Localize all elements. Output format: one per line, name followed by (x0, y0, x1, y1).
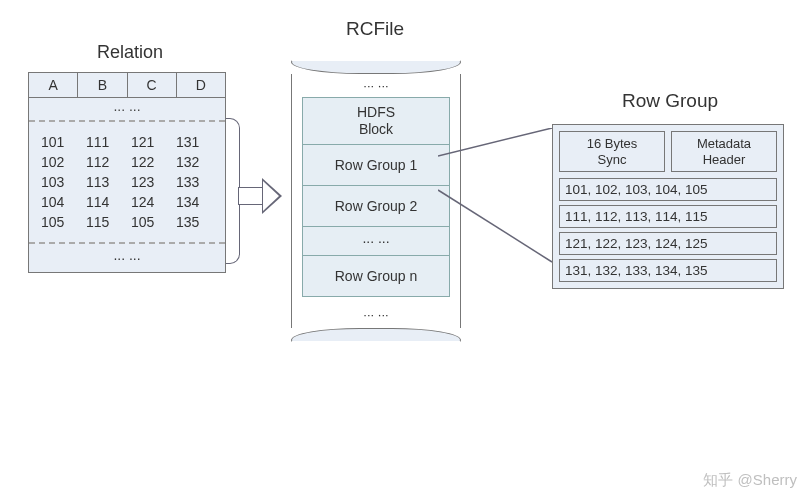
cell: 132 (172, 152, 217, 172)
row-group-ellipsis: ··· ··· (303, 227, 449, 256)
table-row: 102112122132 (37, 152, 217, 172)
row-group-cell: Row Group n (303, 256, 449, 296)
relation-footer-ellipsis: ··· ··· (29, 244, 225, 272)
cell: 115 (82, 212, 127, 232)
table-row: 104114124134 (37, 192, 217, 212)
cell: 105 (37, 212, 82, 232)
relation-body: 101111121131 102112122132 103113123133 1… (29, 122, 225, 244)
rcfile-title: RCFile (300, 18, 450, 40)
col-header: A (29, 73, 78, 97)
watermark: 知乎 @Sherry (703, 471, 797, 490)
cell: 123 (127, 172, 172, 192)
row-group-cell: Row Group 1 (303, 145, 449, 186)
cell: 102 (37, 152, 82, 172)
connector-lines (438, 128, 558, 268)
cell: 111 (82, 132, 127, 152)
cylinder-cap-icon (291, 328, 461, 352)
row-group-cell: Row Group 2 (303, 186, 449, 227)
hdfs-block: HDFS Block Row Group 1 Row Group 2 ··· ·… (302, 97, 450, 297)
table-row: 101111121131 (37, 132, 217, 152)
relation-ellipsis: ··· ··· (29, 98, 225, 122)
relation-title: Relation (60, 42, 200, 63)
column-stripe: 121, 122, 123, 124, 125 (559, 232, 777, 255)
metadata-box: Metadata Header (671, 131, 777, 172)
rowgroup-box: 16 Bytes Sync Metadata Header 101, 102, … (552, 124, 784, 289)
cell: 104 (37, 192, 82, 212)
column-stripe: 111, 112, 113, 114, 115 (559, 205, 777, 228)
relation-table: A B C D ··· ··· 101111121131 10211212213… (28, 72, 226, 273)
svg-line-1 (438, 190, 552, 262)
hdfs-block-label: HDFS Block (303, 98, 449, 145)
cell: 105 (127, 212, 172, 232)
cell: 101 (37, 132, 82, 152)
column-stripe: 101, 102, 103, 104, 105 (559, 178, 777, 201)
cell: 133 (172, 172, 217, 192)
col-header: D (177, 73, 225, 97)
rcfile-ellipsis: ··· ··· (292, 76, 460, 95)
cell: 113 (82, 172, 127, 192)
cell: 122 (127, 152, 172, 172)
arrow-icon (238, 178, 282, 214)
sync-box: 16 Bytes Sync (559, 131, 665, 172)
relation-header-row: A B C D (29, 73, 225, 98)
cell: 135 (172, 212, 217, 232)
cell: 114 (82, 192, 127, 212)
table-row: 103113123133 (37, 172, 217, 192)
svg-line-0 (438, 128, 552, 156)
cell: 121 (127, 132, 172, 152)
cell: 131 (172, 132, 217, 152)
table-row: 105115105135 (37, 212, 217, 232)
cell: 112 (82, 152, 127, 172)
cell: 124 (127, 192, 172, 212)
column-stripe: 131, 132, 133, 134, 135 (559, 259, 777, 282)
cell: 134 (172, 192, 217, 212)
cylinder-cap-icon (291, 50, 461, 74)
cell: 103 (37, 172, 82, 192)
col-header: C (128, 73, 177, 97)
rowgroup-title: Row Group (580, 90, 760, 112)
rcfile-ellipsis: ··· ··· (292, 305, 460, 324)
col-header: B (78, 73, 127, 97)
